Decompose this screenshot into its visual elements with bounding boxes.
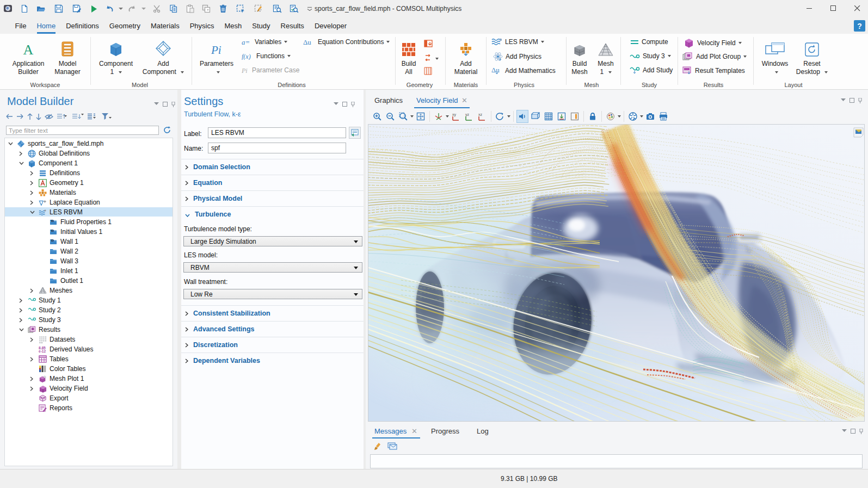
- svg-text:Δu: Δu: [491, 66, 500, 74]
- svg-text:f(x): f(x): [242, 53, 251, 60]
- svg-text:D: D: [51, 238, 54, 242]
- svg-text:xy: xy: [452, 113, 457, 117]
- svg-text:D: D: [51, 228, 54, 232]
- svg-text:yz: yz: [465, 113, 470, 117]
- svg-text:Pі: Pі: [242, 67, 248, 74]
- svg-text:e-12: e-12: [39, 349, 46, 353]
- svg-text:Δu: Δu: [303, 39, 311, 46]
- svg-text:a=: a=: [242, 39, 250, 46]
- svg-text:D: D: [51, 218, 54, 223]
- svg-text:xz: xz: [478, 113, 483, 116]
- svg-text:Pі: Pі: [211, 44, 221, 57]
- svg-text:A: A: [23, 42, 34, 57]
